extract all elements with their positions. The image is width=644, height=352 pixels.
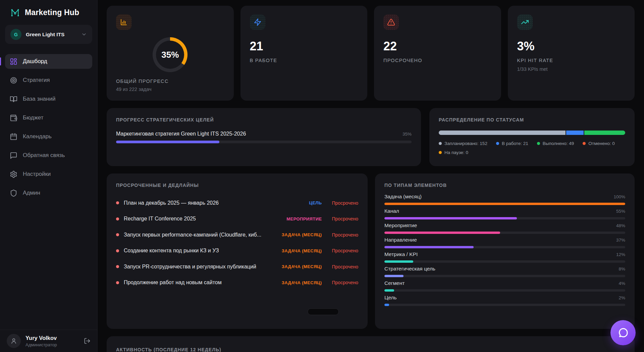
type-bar-track xyxy=(384,289,625,292)
overdue-name: Продолжение работ над новым сайтом xyxy=(124,280,273,286)
overdue-name: План на декабрь 2025 — январь 2026 xyxy=(124,200,300,206)
strategic-goals-list: Маркетинговая стратегия Green Light ITS … xyxy=(116,131,412,143)
overdue-status: Просрочено xyxy=(332,216,359,221)
legend-item: Запланировано: 152 xyxy=(439,141,487,146)
user-role: Администратор xyxy=(25,342,57,347)
legend-item: Отменено: 0 xyxy=(583,141,614,146)
overdue-item[interactable]: Запуск первых performance-кампаний (Clou… xyxy=(116,227,358,243)
type-name: Канал xyxy=(384,208,399,214)
overdue-item[interactable]: Создание контента под рынки КЗ и УЗЗАДАЧ… xyxy=(116,243,358,259)
overdue-item[interactable]: Продолжение работ над новым сайтомЗАДАЧА… xyxy=(116,275,358,291)
sidebar-item-settings[interactable]: Настройки xyxy=(5,167,92,182)
chat-fab-button[interactable] xyxy=(610,320,636,345)
overdue-name: Запуск PR-сотрудничества и регулярных пу… xyxy=(124,264,273,270)
overdue-panel: ПРОСРОЧЕННЫЕ И ДЕДЛАЙНЫ План на декабрь … xyxy=(107,173,368,329)
type-item: Цель 2% xyxy=(384,295,625,306)
types-panel: ПО ТИПАМ ЭЛЕМЕНТОВ Задача (месяц) 100% К… xyxy=(375,173,635,329)
type-name: Мероприятие xyxy=(384,222,417,229)
overdue-status: Просрочено xyxy=(332,248,359,253)
status-segment xyxy=(439,131,566,135)
sidebar-item-calendar[interactable]: Календарь xyxy=(5,129,92,144)
overdue-type-tag: ЗАДАЧА (МЕСЯЦ) xyxy=(282,232,322,237)
overdue-status: Просрочено xyxy=(332,264,359,269)
sidebar-item-feedback[interactable]: Обратная связь xyxy=(5,148,92,163)
goal-progress-track xyxy=(116,141,412,143)
chat-bubble-icon xyxy=(618,327,629,339)
type-bar-track xyxy=(384,304,625,306)
stat-sub: 49 из 222 задач xyxy=(116,87,224,92)
stat-label: ОБЩИЙ ПРОГРЕСС xyxy=(116,79,224,84)
type-percent: 37% xyxy=(616,238,625,243)
sidebar-item-budget[interactable]: Бюджет xyxy=(5,110,92,125)
sidebar-item-label: Дашборд xyxy=(23,58,47,65)
bar-chart-icon xyxy=(116,14,131,30)
avatar xyxy=(7,334,21,348)
status-segment xyxy=(566,131,584,135)
row-two: ПРОГРЕСС СТРАТЕГИЧЕСКИХ ЦЕЛЕЙ Маркетинго… xyxy=(107,108,635,166)
overdue-type-tag: ЗАДАЧА (МЕСЯЦ) xyxy=(282,264,322,269)
overdue-item[interactable]: Recharge IT Conference 2025МЕРОПРИЯТИЕПр… xyxy=(116,211,358,227)
status-distribution-panel: РАСПРЕДЕЛЕНИЕ ПО СТАТУСАМ Запланировано:… xyxy=(429,108,635,166)
overdue-name: Recharge IT Conference 2025 xyxy=(124,216,278,222)
progress-ring: 35% xyxy=(153,37,187,72)
sidebar-item-admin[interactable]: Админ xyxy=(5,186,92,200)
legend-dot xyxy=(583,142,586,145)
brand: Marketing Hub xyxy=(0,0,97,23)
sidebar-item-dashboard[interactable]: Дашборд xyxy=(5,54,92,69)
org-selector[interactable]: G Green Light ITS xyxy=(5,25,92,44)
scrollbar-thumb[interactable] xyxy=(308,308,339,315)
stat-value: 3% xyxy=(517,39,626,53)
type-name: Метрика / KPI xyxy=(384,251,418,257)
stat-card-in-progress: 21 В РАБОТЕ xyxy=(240,6,368,101)
shield-icon xyxy=(10,189,17,197)
sidebar-item-label: Админ xyxy=(23,190,40,196)
legend-label: Отменено: 0 xyxy=(588,141,614,146)
legend-label: В работе: 21 xyxy=(502,141,528,146)
types-list: Задача (месяц) 100% Канал 55% Мероприяти… xyxy=(384,194,625,306)
overdue-status: Просрочено xyxy=(332,232,359,238)
overdue-item[interactable]: План на декабрь 2025 — январь 2026ЦЕЛЬПр… xyxy=(116,195,358,211)
trending-up-icon xyxy=(517,14,533,30)
type-bar-fill xyxy=(384,232,500,234)
type-percent: 48% xyxy=(616,223,625,228)
org-avatar: G xyxy=(10,29,21,40)
stat-label: В РАБОТЕ xyxy=(250,58,358,63)
legend-dot xyxy=(496,142,499,145)
sidebar-item-strategy[interactable]: Стратегия xyxy=(5,73,92,88)
sidebar-item-label: Обратная связь xyxy=(23,152,65,159)
legend-item: Выполнено: 49 xyxy=(537,141,574,146)
panel-title: РАСПРЕДЕЛЕНИЕ ПО СТАТУСАМ xyxy=(439,117,625,122)
type-percent: 2% xyxy=(619,295,625,300)
type-name: Стратегическая цель xyxy=(384,266,435,272)
type-bar-track xyxy=(384,217,625,219)
sidebar-item-label: Стратегия xyxy=(23,77,50,84)
overdue-dot xyxy=(116,233,119,236)
type-bar-fill xyxy=(384,304,389,306)
type-bar-fill xyxy=(384,289,394,292)
goal-percent: 35% xyxy=(402,132,412,137)
stat-card-kpi: 3% KPI HIT RATE 1/33 KPIs met xyxy=(508,6,635,101)
type-item: Мероприятие 48% xyxy=(384,222,625,234)
overdue-item[interactable]: Запуск PR-сотрудничества и регулярных пу… xyxy=(116,259,358,275)
overdue-dot xyxy=(116,281,119,284)
type-name: Цель xyxy=(384,295,397,301)
type-item: Метрика / KPI 12% xyxy=(384,251,625,263)
zap-icon xyxy=(250,14,265,30)
activity-panel: АКТИВНОСТЬ (ПОСЛЕДНИЕ 12 НЕДЕЛЬ) xyxy=(107,336,635,352)
type-percent: 100% xyxy=(613,194,625,199)
row-three: ПРОСРОЧЕННЫЕ И ДЕДЛАЙНЫ План на декабрь … xyxy=(107,173,635,329)
stat-label: ПРОСРОЧЕНО xyxy=(383,58,492,63)
sidebar-item-knowledge-base[interactable]: База знаний xyxy=(5,92,92,106)
progress-ring-value: 35% xyxy=(153,37,187,72)
legend-dot xyxy=(439,142,442,145)
alert-triangle-icon xyxy=(383,14,399,30)
legend-item: В работе: 21 xyxy=(496,141,528,146)
user-name: Yury Volkov xyxy=(25,335,57,341)
type-item: Канал 55% xyxy=(384,208,625,219)
gear-icon xyxy=(10,170,17,178)
type-item: Направление 37% xyxy=(384,237,625,248)
type-bar-fill xyxy=(384,246,474,248)
logout-icon[interactable] xyxy=(84,338,91,344)
calendar-icon xyxy=(10,133,17,141)
app-title: Marketing Hub xyxy=(25,8,79,17)
